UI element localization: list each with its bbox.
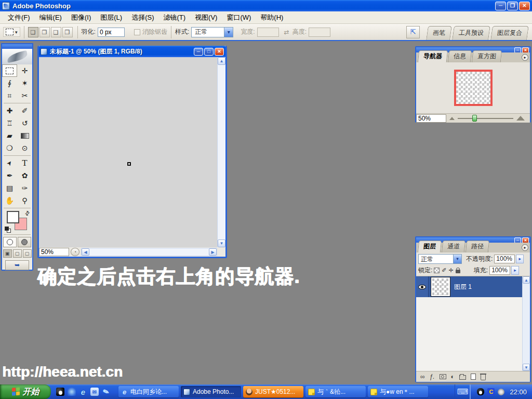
pen-quicklaunch-icon[interactable]: ✎ (101, 387, 112, 397)
selection-mode-add-button[interactable]: ❐ (39, 27, 50, 37)
minimize-button[interactable]: ─ (495, 2, 506, 10)
tool-hand[interactable]: ✋ (2, 194, 17, 207)
doc-maximize-button[interactable]: □ (204, 48, 214, 56)
navigator-zoom-field[interactable] (416, 114, 446, 123)
taskbar-button-forum[interactable]: e 电白同乡论... (118, 386, 179, 397)
media-player-icon[interactable] (68, 388, 76, 396)
fill-slider-icon[interactable]: ▸ (511, 266, 519, 275)
status-info-button[interactable]: ◔ (71, 248, 79, 256)
style-dropdown[interactable]: 正常 ▾ (191, 27, 233, 37)
tab-channels[interactable]: 通道 (442, 241, 466, 252)
layer-row-selected[interactable]: 图层 1 (416, 276, 522, 297)
menu-help[interactable]: 帮助(H) (256, 11, 288, 24)
new-layer-icon[interactable] (471, 374, 476, 380)
selection-mode-subtract-button[interactable]: ❑ (51, 27, 61, 37)
panel-menu-icon[interactable]: ▸ (522, 244, 528, 251)
tool-blur[interactable]: ❍ (2, 142, 17, 154)
fullscreen-mode-button[interactable]: ▢ (23, 249, 32, 258)
menu-filter[interactable]: 滤镜(T) (158, 11, 190, 24)
chevron-down-icon[interactable]: ▾ (224, 28, 233, 37)
scroll-down-icon[interactable]: ▼ (218, 240, 225, 247)
qq-quicklaunch-icon[interactable] (56, 388, 64, 396)
tab-tool-presets[interactable]: 工具预设 (452, 26, 490, 40)
opacity-slider-icon[interactable]: ▸ (516, 255, 524, 263)
add-layer-mask-icon[interactable] (440, 374, 446, 379)
zoom-in-icon[interactable] (516, 116, 525, 121)
tool-clone-stamp[interactable]: ♖ (2, 117, 17, 129)
volume-icon[interactable] (498, 389, 504, 395)
tool-eyedropper[interactable]: ✑ (17, 182, 32, 194)
scroll-up-icon[interactable]: ▲ (523, 276, 530, 284)
blend-mode-dropdown[interactable]: 正常 ▾ (418, 254, 462, 264)
tab-layer-comps[interactable]: 图层复合 (490, 26, 529, 40)
tool-brush[interactable]: ✐ (17, 104, 32, 117)
quick-mask-mode-button[interactable] (18, 237, 31, 247)
opacity-value[interactable]: 100% (494, 255, 515, 263)
layer-name[interactable]: 图层 1 (454, 283, 472, 291)
restore-button[interactable]: ❐ (507, 2, 518, 10)
doc-minimize-button[interactable]: ─ (194, 48, 203, 56)
tool-move[interactable]: ✛ (17, 64, 32, 77)
lock-all-icon[interactable] (456, 270, 460, 273)
tool-slice[interactable]: ✂ (17, 89, 32, 102)
tool-magic-wand[interactable]: ✶ (17, 77, 32, 89)
slider-thumb[interactable] (472, 115, 477, 122)
fullscreen-menubar-mode-button[interactable]: ▢ (13, 249, 22, 258)
menu-image[interactable]: 图像(I) (66, 11, 96, 24)
menu-view[interactable]: 视图(V) (190, 11, 222, 24)
tool-path-selection[interactable]: ➤ (2, 157, 17, 169)
navigator-preview[interactable] (416, 62, 530, 113)
adjustment-layer-icon[interactable]: ◐ (451, 373, 455, 380)
tab-paths[interactable]: 路径 (466, 241, 489, 252)
selection-mode-new-button[interactable]: ❏ (28, 27, 38, 37)
layers-scrollbar[interactable]: ▲ ▼ (522, 276, 530, 371)
lock-pixels-icon[interactable]: ✐ (442, 267, 446, 274)
antialias-checkbox[interactable] (134, 29, 140, 35)
document-canvas[interactable] (39, 57, 217, 247)
doc-close-button[interactable]: ✕ (215, 48, 224, 56)
navigator-zoom-slider[interactable] (458, 118, 513, 119)
layer-thumbnail[interactable] (431, 277, 450, 296)
start-button[interactable]: 开始 (0, 384, 51, 399)
feather-input[interactable] (98, 28, 125, 37)
lock-transparency-icon[interactable] (434, 268, 440, 273)
tool-gradient[interactable] (17, 129, 32, 142)
link-layers-icon[interactable]: ∞ (420, 373, 425, 380)
outlook-express-icon[interactable]: ✉ (90, 388, 99, 396)
tool-history-brush[interactable]: ↺ (17, 117, 32, 129)
standard-screen-mode-button[interactable]: ▣ (3, 249, 12, 258)
tab-navigator[interactable]: 导航器 (418, 50, 448, 62)
internet-explorer-icon[interactable]: e (79, 388, 87, 396)
tool-custom-shape[interactable]: ✿ (17, 169, 32, 182)
messenger-tray-icon[interactable]: C (487, 388, 495, 395)
tool-zoom[interactable]: ⚲ (17, 194, 32, 207)
menu-file[interactable]: 文件(F) (3, 11, 35, 24)
qq-tray-icon[interactable] (477, 388, 484, 395)
visibility-toggle[interactable] (416, 276, 429, 297)
document-titlebar[interactable]: 未标题-1 @ 50% (图层 1, RGB/8) ─ □ ✕ (39, 46, 225, 57)
fill-value[interactable]: 100% (489, 266, 510, 275)
menu-layer[interactable]: 图层(L) (96, 11, 127, 24)
taskbar-clock[interactable]: 22:00 (510, 388, 527, 396)
panel-close-button[interactable]: ✕ (522, 47, 529, 53)
tool-dodge[interactable]: ⊙ (17, 142, 32, 154)
lock-position-icon[interactable]: ✛ (449, 267, 454, 274)
taskbar-button-chat1[interactable]: 与｀&彸... (305, 386, 366, 397)
scroll-left-icon[interactable]: ◀ (82, 248, 89, 256)
zoom-percentage-field[interactable] (39, 248, 69, 256)
panel-menu-icon[interactable]: ▸ (522, 54, 528, 61)
tool-notes[interactable]: ▤ (2, 182, 17, 194)
tool-type[interactable]: T (17, 157, 32, 169)
close-button[interactable]: ✕ (519, 2, 530, 10)
vertical-scrollbar[interactable]: ▲ ▼ (217, 57, 225, 247)
tab-brushes[interactable]: 画笔 (426, 26, 452, 40)
foreground-color-swatch[interactable] (7, 211, 19, 223)
menu-select[interactable]: 选择(S) (127, 11, 158, 24)
scroll-down-icon[interactable]: ▼ (523, 364, 530, 371)
tool-eraser[interactable]: ▰ (2, 129, 17, 142)
panel-minimize-button[interactable]: ─ (514, 47, 521, 53)
current-tool-preset[interactable]: ▾ (3, 27, 20, 37)
default-colors-icon[interactable] (5, 227, 11, 233)
navigator-thumbnail[interactable] (454, 70, 493, 106)
taskbar-button-chat2[interactable]: 与●w en＊... (368, 386, 428, 397)
